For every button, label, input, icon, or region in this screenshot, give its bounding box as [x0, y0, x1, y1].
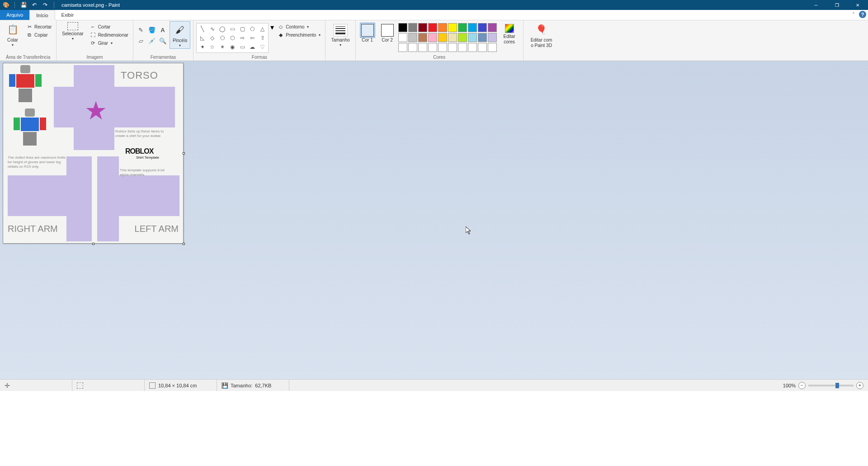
shape-curve[interactable]: ∿: [208, 24, 217, 33]
crop-button[interactable]: ⌐ Cortar: [88, 23, 130, 30]
cut-button[interactable]: ✂ Recortar: [24, 23, 53, 30]
color-swatch[interactable]: [488, 43, 497, 52]
canvas[interactable]: ★ TORSO RIGHT ARM LEFT ARM Roblox folds …: [3, 63, 184, 244]
color-swatch[interactable]: [488, 33, 497, 42]
shapes-gallery[interactable]: ╲ ∿ ◯ ▭ ▢ ⬠ △ ◺ ◇ ⬠ ⬡ ⇨ ⇦ ⇧ ✦ ☆ ✶ ◉ ▭ ☁: [196, 23, 269, 53]
color-swatch[interactable]: [408, 33, 417, 42]
file-size-label: Tamanho:: [231, 383, 252, 388]
color-swatch[interactable]: [428, 33, 437, 42]
shape-5star[interactable]: ☆: [208, 43, 217, 52]
color-swatch[interactable]: [478, 23, 487, 32]
size-button[interactable]: Tamanho ▾: [328, 21, 352, 48]
shape-callout-rect[interactable]: ▭: [238, 43, 247, 52]
color-swatch[interactable]: [418, 23, 427, 32]
group-label-tools: Ferramentas: [136, 55, 190, 61]
shape-callout-cloud[interactable]: ☁: [248, 43, 257, 52]
zoom-slider[interactable]: [808, 385, 854, 386]
shape-roundrect[interactable]: ▢: [238, 24, 247, 33]
shape-oval[interactable]: ◯: [217, 24, 227, 33]
color-swatch[interactable]: [448, 23, 457, 32]
color2-button[interactable]: Cor 2: [378, 21, 396, 44]
color-swatch[interactable]: [458, 33, 467, 42]
color-swatch[interactable]: [448, 33, 457, 42]
color-swatch[interactable]: [398, 23, 407, 32]
cursor-position-cell: ✛: [0, 380, 72, 391]
tab-view[interactable]: Exibir: [55, 10, 80, 20]
shape-hexagon[interactable]: ⬡: [228, 33, 237, 42]
qat-undo-icon[interactable]: ↶: [30, 1, 38, 9]
color-swatch[interactable]: [408, 23, 417, 32]
shape-polygon[interactable]: ⬠: [248, 24, 257, 33]
brushes-button[interactable]: 🖌 Pincéis ▾: [170, 21, 190, 49]
close-button[interactable]: ✕: [847, 0, 868, 10]
shape-callout-round[interactable]: ◉: [228, 43, 237, 52]
color-swatch[interactable]: [488, 23, 497, 32]
minimize-ribbon-icon[interactable]: ˄: [850, 11, 857, 18]
color-swatch[interactable]: [418, 33, 427, 42]
color-swatch[interactable]: [478, 33, 487, 42]
shapes-more-button[interactable]: ▾: [270, 23, 274, 32]
color-swatch[interactable]: [468, 43, 477, 52]
qat-save-icon[interactable]: 💾: [19, 1, 28, 9]
rotate-button[interactable]: ⟳ Girar▾: [88, 39, 130, 47]
workspace[interactable]: ★ TORSO RIGHT ARM LEFT ARM Roblox folds …: [0, 61, 868, 379]
color-swatch[interactable]: [398, 43, 407, 52]
tab-home[interactable]: Início: [29, 10, 55, 20]
shape-arrow-right[interactable]: ⇨: [238, 33, 247, 42]
shape-heart[interactable]: ♡: [258, 43, 267, 52]
minimize-button[interactable]: ─: [806, 0, 826, 10]
shape-4star[interactable]: ✦: [198, 43, 207, 52]
color-swatch[interactable]: [428, 43, 437, 52]
group-image: Selecionar ▾ ⌐ Cortar ⛶ Redimensionar ⟳ …: [57, 20, 133, 61]
color-swatch[interactable]: [418, 43, 427, 52]
shape-6star[interactable]: ✶: [217, 43, 227, 52]
pencil-tool[interactable]: ✎: [136, 25, 146, 35]
color-swatch[interactable]: [438, 43, 447, 52]
outline-button[interactable]: ◇ Contorno▾: [276, 23, 322, 30]
color-swatch[interactable]: [468, 23, 477, 32]
select-button[interactable]: Selecionar ▾: [59, 21, 86, 42]
shape-arrow-up[interactable]: ⇧: [258, 33, 267, 42]
right-arm-label: RIGHT ARM: [8, 224, 58, 234]
magnifier-tool[interactable]: 🔍: [158, 36, 168, 46]
shape-right-triangle[interactable]: ◺: [198, 33, 207, 42]
resize-handle-corner[interactable]: [183, 243, 185, 245]
help-icon[interactable]: ?: [859, 11, 866, 18]
paint3d-button[interactable]: 🎈 Editar com o Paint 3D: [526, 21, 557, 49]
color-swatch[interactable]: [438, 23, 447, 32]
color-swatch[interactable]: [428, 23, 437, 32]
fill-button[interactable]: ◆ Preenchimento▾: [276, 31, 322, 38]
resize-handle-bottom[interactable]: [92, 243, 94, 245]
paste-button[interactable]: 📋 Colar ▾: [3, 21, 23, 48]
color-swatch[interactable]: [438, 33, 447, 42]
qat-redo-icon[interactable]: ↷: [41, 1, 49, 9]
picker-tool[interactable]: 💉: [147, 36, 157, 46]
fill-tool[interactable]: 🪣: [147, 25, 157, 35]
shape-arrow-left[interactable]: ⇦: [248, 33, 257, 42]
shape-rect[interactable]: ▭: [228, 24, 237, 33]
tab-file[interactable]: Arquivo: [0, 10, 29, 20]
shape-diamond[interactable]: ◇: [208, 33, 217, 42]
zoom-out-button[interactable]: −: [798, 382, 806, 389]
text-tool[interactable]: A: [158, 25, 168, 35]
shape-triangle[interactable]: △: [258, 24, 267, 33]
shape-line[interactable]: ╲: [198, 24, 207, 33]
zoom-in-button[interactable]: +: [856, 382, 863, 389]
copy-button[interactable]: ⧉ Copiar: [24, 31, 53, 38]
paint-app-icon[interactable]: 🎨: [2, 1, 10, 9]
eraser-tool[interactable]: ▱: [136, 36, 146, 46]
color1-button[interactable]: Cor 1: [359, 21, 377, 44]
roblox-logo: ROBLOX: [125, 147, 153, 155]
color-swatch[interactable]: [468, 33, 477, 42]
color-swatch[interactable]: [458, 23, 467, 32]
color-swatch[interactable]: [408, 43, 417, 52]
shape-pentagon[interactable]: ⬠: [217, 33, 227, 42]
color-swatch[interactable]: [398, 33, 407, 42]
edit-colors-button[interactable]: Editar cores: [499, 21, 520, 46]
color-swatch[interactable]: [478, 43, 487, 52]
maximize-button[interactable]: ❐: [826, 0, 847, 10]
color-swatch[interactable]: [448, 43, 457, 52]
color-swatch[interactable]: [458, 43, 467, 52]
resize-button[interactable]: ⛶ Redimensionar: [88, 31, 130, 38]
resize-handle-right[interactable]: [183, 152, 185, 155]
